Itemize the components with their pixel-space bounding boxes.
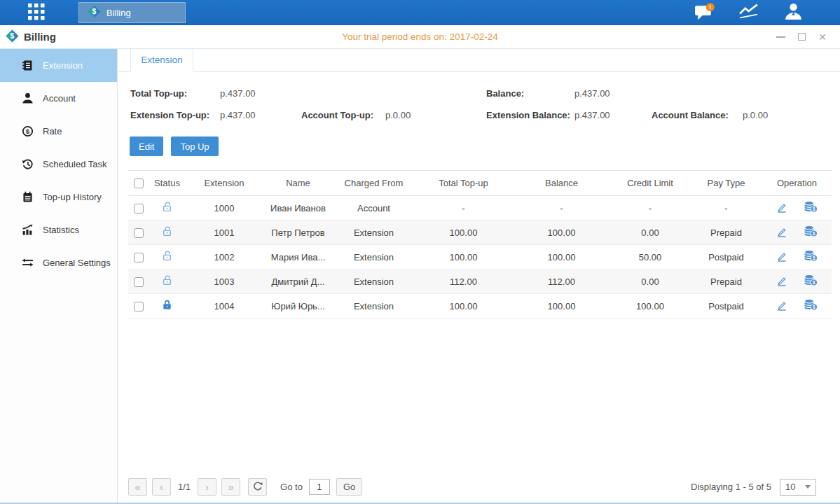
maximize-icon [798,33,806,41]
close-button[interactable]: × [816,31,829,43]
page-size-select[interactable]: 10 [780,479,816,496]
topup-row-button[interactable]: $ [804,274,818,288]
table-row: 1000Иван ИвановAccount----$ [128,196,832,220]
tab-extension[interactable]: Extension [130,49,193,72]
extension-balance-label: Extension Balance: [486,110,574,120]
dollar-circle-icon: $ [21,125,34,138]
edit-row-button[interactable] [776,202,787,215]
cell-extension: 1000 [186,196,263,220]
minimize-button[interactable] [774,31,787,43]
topup-row-button[interactable]: $ [804,299,818,313]
lock-open-icon[interactable] [161,250,173,262]
topup-row-button[interactable]: $ [804,225,818,239]
first-page-button[interactable]: « [128,478,147,496]
coins-dollar-icon: $ [804,201,818,215]
cell-balance: 112.00 [513,270,610,294]
window-controls: × [774,31,829,43]
coins-dollar-icon: $ [804,225,818,239]
cell-charged-from: Extension [333,294,414,318]
next-page-button[interactable]: › [198,478,216,496]
col-header-operation: Operation [762,171,832,196]
lock-open-icon[interactable] [161,274,173,286]
top-up-button[interactable]: Top Up [171,136,218,156]
statistics-monitor-button[interactable] [737,2,761,23]
sidebar-item-account[interactable]: Account [0,82,117,115]
prev-page-button[interactable]: ‹ [152,478,171,496]
cell-credit-limit: 100.00 [610,294,690,318]
cell-balance: 100.00 [513,294,610,318]
user-icon [784,2,803,23]
minimize-icon [776,36,785,38]
extension-balance-value: p.437.00 [574,110,652,120]
maximize-button[interactable] [795,31,808,43]
pencil-icon [776,275,787,288]
topup-row-button[interactable]: $ [804,250,818,264]
cell-pay-type: Postpaid [690,245,762,270]
row-checkbox[interactable] [134,302,144,312]
app-launcher-button[interactable] [26,4,47,22]
bar-chart-arrow-icon [21,224,34,237]
lock-open-icon[interactable] [161,225,173,237]
row-checkbox[interactable] [134,204,144,214]
cell-name: Юрий Юрь... [263,294,333,318]
line-chart-icon [738,2,760,23]
sidebar-item-scheduled-task[interactable]: Scheduled Task [0,148,117,181]
billing-dollar-diamond-icon: $ [6,29,19,45]
sidebar-item-statistics[interactable]: Statistics [0,214,117,246]
edit-row-button[interactable] [776,226,787,239]
coins-dollar-icon: $ [804,274,818,288]
row-checkbox[interactable] [134,277,144,287]
svg-text:$: $ [813,206,815,212]
cell-balance: 100.00 [513,220,610,245]
select-all-checkbox[interactable] [134,178,144,188]
account-topup-value: p.0.00 [385,110,411,120]
col-header-total-topup: Total Top-up [414,171,513,196]
svg-text:$: $ [92,7,97,15]
edit-button[interactable]: Edit [130,136,163,156]
sidebar-item-general-settings[interactable]: General Settings [0,246,117,279]
history-clock-icon [21,158,34,171]
svg-text:$: $ [25,127,29,135]
cell-charged-from: Extension [333,245,414,270]
goto-page-input[interactable] [309,479,330,495]
tab-strip: Extension [118,49,840,72]
notification-badge: ! [705,3,714,11]
person-icon [21,92,34,105]
cell-pay-type: Postpaid [690,294,762,318]
cell-extension: 1002 [186,245,263,270]
last-page-button[interactable]: » [221,478,240,496]
edit-row-button[interactable] [776,251,787,264]
extension-topup-label: Extension Top-up: [130,110,220,120]
cell-pay-type: - [690,196,762,220]
taskbar-billing-tab[interactable]: $ Billing [78,2,186,23]
svg-text:$: $ [813,280,815,286]
messages-button[interactable]: ! [693,2,717,23]
taskbar: $ Billing ! [0,0,840,25]
cell-extension: 1003 [186,270,263,294]
go-button[interactable]: Go [336,478,362,496]
page-indicator: 1/1 [178,482,191,492]
user-account-button[interactable] [781,2,805,23]
balance-value: p.437.00 [574,88,610,99]
sidebar-item-extension[interactable]: Extension [0,49,117,82]
table-row: 1004Юрий Юрь...Extension100.00100.00100.… [128,294,832,318]
trial-period-message: Your trial period ends on: 2017-02-24 [0,31,840,42]
displaying-text: Displaying 1 - 5 of 5 [691,482,771,492]
refresh-button[interactable] [248,478,267,496]
table-header-row: Status Extension Name Charged From Total… [128,171,832,196]
extension-topup-value: p.437.00 [220,110,301,120]
row-checkbox[interactable] [134,228,144,238]
topup-row-button[interactable]: $ [804,201,818,215]
lock-open-icon[interactable] [161,201,173,213]
sidebar-item-topup-history[interactable]: Top-up History [0,181,117,214]
cell-total-topup: 100.00 [414,220,513,245]
edit-row-button[interactable] [776,275,787,288]
total-topup-value: p.437.00 [220,88,256,99]
sidebar-item-rate[interactable]: $ Rate [0,115,117,148]
cell-total-topup: 100.00 [414,245,513,270]
edit-row-button[interactable] [776,300,787,313]
cell-extension: 1001 [186,220,263,245]
lock-closed-icon[interactable] [161,299,173,311]
row-checkbox[interactable] [134,253,144,262]
cell-charged-from: Extension [333,270,414,294]
